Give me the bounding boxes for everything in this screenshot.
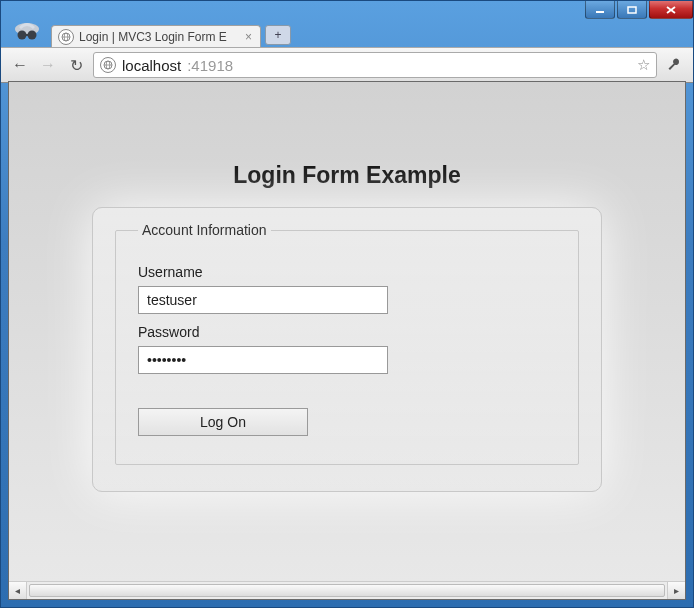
- minimize-icon: [595, 6, 605, 14]
- username-label: Username: [138, 264, 556, 280]
- incognito-icon: [7, 15, 47, 47]
- scroll-left-arrow-icon[interactable]: ◂: [9, 582, 27, 599]
- reload-button[interactable]: ↻: [65, 54, 87, 76]
- maximize-icon: [627, 6, 637, 14]
- close-icon: [666, 6, 676, 14]
- globe-icon: [100, 57, 116, 73]
- username-input[interactable]: [138, 286, 388, 314]
- login-page: Login Form Example Account Information U…: [9, 82, 685, 492]
- forward-icon: →: [40, 56, 56, 74]
- url-port: :41918: [187, 57, 233, 74]
- password-input[interactable]: [138, 346, 388, 374]
- address-bar[interactable]: localhost:41918 ☆: [93, 52, 657, 78]
- fieldset-legend: Account Information: [138, 222, 271, 238]
- window-titlebar[interactable]: [1, 1, 693, 21]
- svg-rect-1: [628, 7, 636, 13]
- wrench-icon: [666, 57, 682, 73]
- os-window: Login | MVC3 Login Form E × + ← → ↻ loca…: [0, 0, 694, 608]
- log-on-button[interactable]: Log On: [138, 408, 308, 436]
- url-host: localhost: [122, 57, 181, 74]
- svg-rect-7: [25, 34, 29, 36]
- new-tab-button[interactable]: +: [265, 25, 291, 45]
- account-fieldset: Account Information Username Password Lo…: [115, 222, 579, 465]
- scroll-right-arrow-icon[interactable]: ▸: [667, 582, 685, 599]
- page-title: Login Form Example: [233, 162, 460, 189]
- minimize-button[interactable]: [585, 1, 615, 19]
- browser-tab[interactable]: Login | MVC3 Login Form E ×: [51, 25, 261, 47]
- reload-icon: ↻: [70, 56, 83, 75]
- scroll-track[interactable]: [27, 582, 667, 599]
- content-viewport: Login Form Example Account Information U…: [8, 81, 686, 600]
- tab-title: Login | MVC3 Login Form E: [79, 30, 238, 44]
- tab-close-icon[interactable]: ×: [243, 31, 254, 43]
- browser-toolbar: ← → ↻ localhost:41918 ☆: [1, 47, 693, 83]
- back-button[interactable]: ←: [9, 54, 31, 76]
- scroll-thumb[interactable]: [29, 584, 665, 597]
- page-body: Login Form Example Account Information U…: [9, 82, 685, 582]
- plus-icon: +: [274, 28, 281, 42]
- tab-strip: Login | MVC3 Login Form E × +: [1, 21, 693, 47]
- submit-row: Log On: [138, 408, 556, 436]
- forward-button[interactable]: →: [37, 54, 59, 76]
- back-icon: ←: [12, 56, 28, 74]
- bookmark-star-icon[interactable]: ☆: [637, 56, 650, 74]
- horizontal-scrollbar[interactable]: ◂ ▸: [9, 581, 685, 599]
- maximize-button[interactable]: [617, 1, 647, 19]
- login-panel: Account Information Username Password Lo…: [92, 207, 602, 492]
- window-buttons: [583, 1, 693, 19]
- settings-wrench-button[interactable]: [663, 54, 685, 76]
- close-button[interactable]: [649, 1, 693, 19]
- globe-icon: [58, 29, 74, 45]
- password-label: Password: [138, 324, 556, 340]
